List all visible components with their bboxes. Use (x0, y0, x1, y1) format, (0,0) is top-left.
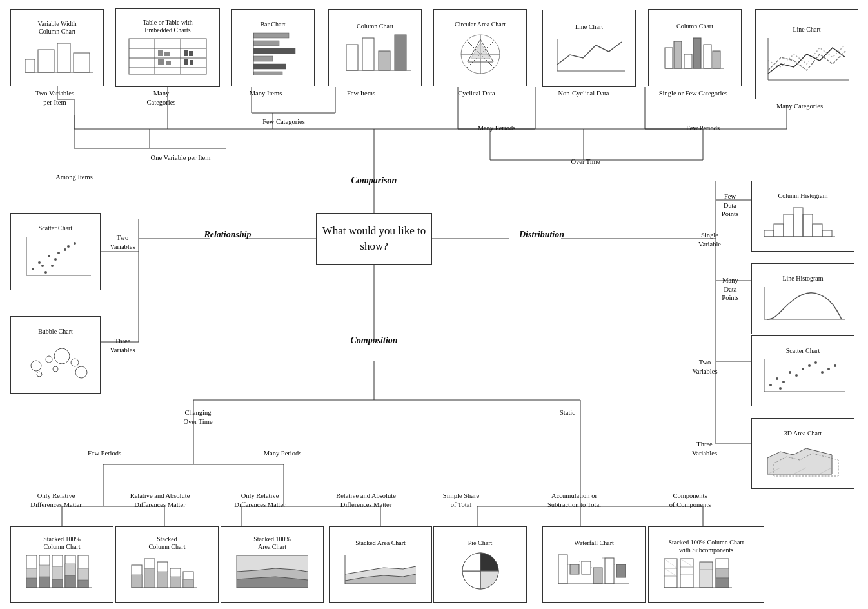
svg-rect-79 (190, 60, 193, 65)
stacked100-col-title: Stacked 100%Column Chart (43, 535, 81, 551)
svg-rect-184 (183, 579, 193, 588)
svg-rect-81 (253, 41, 279, 46)
stacked100-col-box: Stacked 100%Column Chart (10, 526, 113, 603)
svg-rect-167 (52, 579, 63, 588)
stacked-col-box: StackedColumn Chart (115, 526, 219, 603)
svg-point-141 (776, 377, 778, 380)
svg-point-144 (795, 374, 798, 377)
pie-chart-title: Pie Chart (468, 539, 493, 547)
svg-rect-161 (26, 578, 37, 588)
svg-rect-77 (166, 61, 171, 65)
stacked-col-svg (128, 552, 206, 594)
svg-rect-136 (822, 230, 832, 237)
line-chart-top-box: Line Chart (542, 10, 636, 87)
table-embedded-box: Table or Table withEmbedded Charts (115, 8, 220, 87)
svg-rect-200 (593, 568, 602, 584)
column-chart-title: Column Chart (357, 23, 393, 30)
svg-line-215 (664, 559, 677, 568)
rel-abs-1-label: Relative and AbsoluteDifferences Matter (115, 492, 205, 509)
col-histogram-title: Column Histogram (778, 192, 828, 200)
over-time-label: Over Time (553, 157, 618, 166)
svg-rect-164 (39, 577, 50, 588)
column-chart-top2-svg (660, 32, 731, 74)
svg-rect-82 (253, 48, 295, 54)
scatter-right-box: Scatter Chart (751, 335, 854, 406)
3d-area-box: 3D Area Chart (751, 418, 854, 489)
svg-point-143 (789, 371, 791, 374)
svg-rect-197 (558, 555, 567, 584)
many-cat-right-label: Many Categories (755, 102, 845, 111)
svg-rect-134 (803, 214, 813, 237)
col-histogram-svg (761, 201, 845, 240)
svg-rect-182 (170, 577, 181, 588)
few-periods-comp-label: Few Periods (79, 449, 130, 458)
line-histogram-box: Line Histogram (751, 263, 854, 334)
stacked100-subcomp-box: Stacked 100% Column Chartwith Subcompone… (648, 526, 764, 603)
few-items-label: Few Items (332, 89, 390, 98)
svg-rect-178 (144, 568, 155, 588)
svg-rect-75 (189, 51, 193, 56)
var-width-col-svg (22, 37, 93, 75)
center-question-text: What would you like to show? (317, 223, 431, 254)
relationship-label: Relationship (186, 230, 270, 240)
svg-rect-66 (129, 39, 206, 74)
many-categories-label: ManyCategories (119, 89, 203, 106)
svg-rect-104 (693, 38, 701, 68)
comparison-label: Comparison (316, 175, 432, 186)
svg-rect-202 (616, 564, 626, 577)
stacked-area-box: Stacked Area Chart (329, 526, 432, 603)
line-chart-many-svg (765, 35, 849, 83)
svg-point-140 (769, 384, 772, 386)
non-cyclical-label: Non-Cyclical Data (542, 89, 626, 98)
simple-share-label: Simple Shareof Total (429, 492, 493, 509)
svg-point-114 (54, 258, 57, 261)
svg-rect-132 (784, 214, 793, 237)
stacked-area-svg (342, 548, 419, 590)
svg-point-147 (814, 361, 817, 364)
center-question-box: What would you like to show? (316, 213, 432, 265)
waterfall-title: Waterfall Chart (574, 539, 614, 547)
svg-rect-101 (665, 48, 673, 68)
svg-rect-76 (158, 59, 164, 65)
svg-rect-63 (57, 43, 70, 72)
svg-rect-90 (395, 35, 406, 70)
stacked-area-title: Stacked Area Chart (355, 539, 406, 547)
var-width-col-title: Variable WidthColumn Chart (37, 20, 76, 35)
components-of-label: Componentsof Components (651, 492, 729, 509)
svg-rect-88 (362, 38, 374, 70)
changing-over-time-label: ChangingOver Time (169, 408, 227, 426)
svg-rect-170 (65, 575, 75, 588)
stacked100-col-svg (23, 552, 101, 594)
svg-point-112 (41, 265, 44, 267)
svg-rect-74 (184, 50, 188, 56)
svg-rect-209 (664, 559, 677, 588)
many-items-label: Many Items (233, 89, 298, 98)
svg-point-149 (827, 368, 830, 370)
static-label: Static (548, 408, 587, 417)
many-data-pts-label: ManyDataPoints (709, 276, 751, 303)
svg-rect-221 (716, 568, 729, 578)
column-chart-svg (340, 32, 411, 74)
svg-line-216 (664, 568, 677, 576)
svg-point-120 (51, 265, 54, 267)
scatter-right-title: Scatter Chart (786, 347, 820, 355)
line-chart-top-title: Line Chart (575, 23, 603, 31)
pie-chart-box: Pie Chart (433, 526, 527, 603)
svg-point-119 (44, 271, 47, 274)
svg-line-217 (680, 559, 693, 567)
few-data-pts-label: FewDataPoints (711, 192, 749, 219)
line-histogram-svg (761, 284, 845, 323)
svg-point-148 (821, 371, 824, 374)
svg-point-123 (31, 361, 41, 371)
table-embedded-title: Table or Table withEmbedded Charts (143, 19, 193, 34)
svg-rect-218 (700, 562, 713, 588)
few-periods-top-label: Few Periods (671, 124, 735, 133)
single-few-cat-label: Single or Few Categories (645, 89, 742, 98)
only-rel-2-label: Only RelativeDifferences Matter (218, 492, 302, 509)
few-cat-label: Few Categories (239, 117, 329, 126)
svg-rect-83 (253, 56, 273, 61)
pie-chart-svg (455, 548, 506, 590)
svg-rect-135 (813, 224, 822, 237)
svg-rect-131 (774, 224, 784, 237)
three-vars-dist-label: ThreeVariables (684, 440, 725, 457)
